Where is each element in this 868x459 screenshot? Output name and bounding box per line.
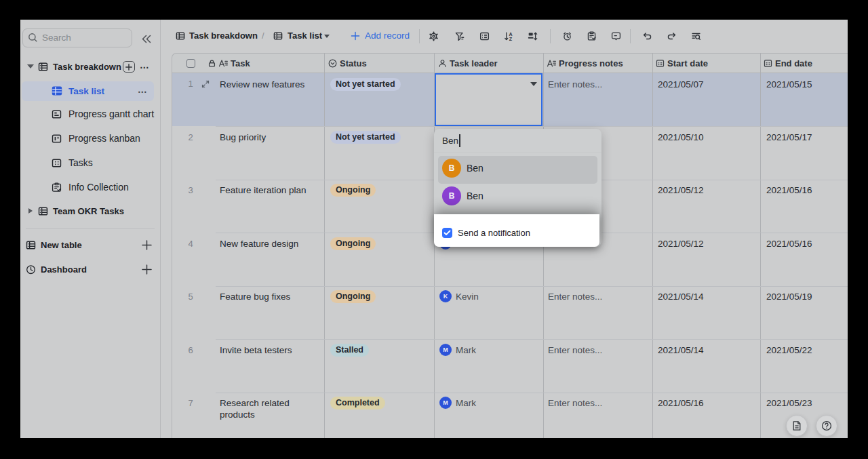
svg-text:Z: Z bbox=[509, 37, 513, 41]
